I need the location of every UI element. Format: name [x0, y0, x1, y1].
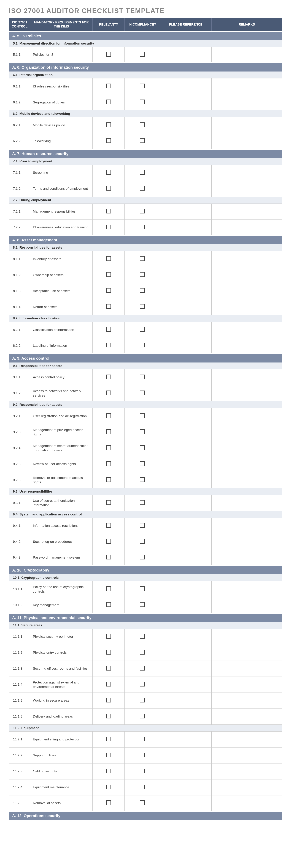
- compliance-checkbox[interactable]: [140, 304, 145, 309]
- remarks-cell[interactable]: [211, 79, 282, 94]
- reference-cell[interactable]: [160, 408, 211, 424]
- compliance-checkbox[interactable]: [140, 272, 145, 277]
- reference-cell[interactable]: [160, 747, 211, 763]
- compliance-checkbox[interactable]: [140, 753, 145, 757]
- compliance-checkbox[interactable]: [140, 602, 145, 607]
- compliance-checkbox[interactable]: [140, 288, 145, 293]
- compliance-checkbox[interactable]: [140, 209, 145, 213]
- remarks-cell[interactable]: [211, 779, 282, 795]
- relevant-checkbox[interactable]: [106, 666, 111, 671]
- compliance-checkbox[interactable]: [140, 138, 145, 143]
- reference-cell[interactable]: [160, 181, 211, 196]
- relevant-checkbox[interactable]: [106, 698, 111, 703]
- compliance-checkbox[interactable]: [140, 737, 145, 741]
- remarks-cell[interactable]: [211, 440, 282, 456]
- remarks-cell[interactable]: [211, 369, 282, 385]
- remarks-cell[interactable]: [211, 283, 282, 299]
- compliance-checkbox[interactable]: [140, 122, 145, 127]
- compliance-checkbox[interactable]: [140, 586, 145, 591]
- reference-cell[interactable]: [160, 165, 211, 181]
- compliance-checkbox[interactable]: [140, 523, 145, 528]
- remarks-cell[interactable]: [211, 204, 282, 219]
- reference-cell[interactable]: [160, 550, 211, 566]
- reference-cell[interactable]: [160, 219, 211, 236]
- relevant-checkbox[interactable]: [106, 539, 111, 544]
- remarks-cell[interactable]: [211, 94, 282, 111]
- reference-cell[interactable]: [160, 283, 211, 299]
- compliance-checkbox[interactable]: [140, 461, 145, 466]
- compliance-checkbox[interactable]: [140, 225, 145, 229]
- relevant-checkbox[interactable]: [106, 272, 111, 277]
- compliance-checkbox[interactable]: [140, 785, 145, 789]
- relevant-checkbox[interactable]: [106, 602, 111, 607]
- remarks-cell[interactable]: [211, 763, 282, 779]
- remarks-cell[interactable]: [211, 550, 282, 566]
- compliance-checkbox[interactable]: [140, 256, 145, 261]
- reference-cell[interactable]: [160, 534, 211, 550]
- remarks-cell[interactable]: [211, 251, 282, 267]
- relevant-checkbox[interactable]: [106, 413, 111, 418]
- remarks-cell[interactable]: [211, 597, 282, 613]
- remarks-cell[interactable]: [211, 518, 282, 534]
- remarks-cell[interactable]: [211, 47, 282, 63]
- reference-cell[interactable]: [160, 629, 211, 645]
- compliance-checkbox[interactable]: [140, 682, 145, 686]
- relevant-checkbox[interactable]: [106, 555, 111, 559]
- reference-cell[interactable]: [160, 338, 211, 354]
- reference-cell[interactable]: [160, 763, 211, 779]
- reference-cell[interactable]: [160, 385, 211, 401]
- compliance-checkbox[interactable]: [140, 343, 145, 347]
- reference-cell[interactable]: [160, 495, 211, 511]
- compliance-checkbox[interactable]: [140, 634, 145, 639]
- relevant-checkbox[interactable]: [106, 650, 111, 655]
- reference-cell[interactable]: [160, 299, 211, 315]
- compliance-checkbox[interactable]: [140, 84, 145, 88]
- remarks-cell[interactable]: [211, 338, 282, 354]
- remarks-cell[interactable]: [211, 795, 282, 811]
- compliance-checkbox[interactable]: [140, 375, 145, 379]
- relevant-checkbox[interactable]: [106, 209, 111, 213]
- reference-cell[interactable]: [160, 518, 211, 534]
- reference-cell[interactable]: [160, 779, 211, 795]
- remarks-cell[interactable]: [211, 709, 282, 724]
- relevant-checkbox[interactable]: [106, 170, 111, 175]
- reference-cell[interactable]: [160, 79, 211, 94]
- reference-cell[interactable]: [160, 204, 211, 219]
- relevant-checkbox[interactable]: [106, 523, 111, 528]
- relevant-checkbox[interactable]: [106, 304, 111, 309]
- relevant-checkbox[interactable]: [106, 714, 111, 718]
- compliance-checkbox[interactable]: [140, 429, 145, 434]
- relevant-checkbox[interactable]: [106, 785, 111, 789]
- compliance-checkbox[interactable]: [140, 769, 145, 773]
- relevant-checkbox[interactable]: [106, 186, 111, 191]
- remarks-cell[interactable]: [211, 472, 282, 488]
- remarks-cell[interactable]: [211, 581, 282, 597]
- reference-cell[interactable]: [160, 94, 211, 111]
- remarks-cell[interactable]: [211, 534, 282, 550]
- compliance-checkbox[interactable]: [140, 650, 145, 655]
- relevant-checkbox[interactable]: [106, 375, 111, 379]
- compliance-checkbox[interactable]: [140, 391, 145, 395]
- compliance-checkbox[interactable]: [140, 99, 145, 104]
- reference-cell[interactable]: [160, 440, 211, 456]
- reference-cell[interactable]: [160, 251, 211, 267]
- remarks-cell[interactable]: [211, 219, 282, 236]
- remarks-cell[interactable]: [211, 692, 282, 709]
- remarks-cell[interactable]: [211, 732, 282, 747]
- relevant-checkbox[interactable]: [106, 769, 111, 773]
- relevant-checkbox[interactable]: [106, 586, 111, 591]
- compliance-checkbox[interactable]: [140, 500, 145, 505]
- reference-cell[interactable]: [160, 581, 211, 597]
- relevant-checkbox[interactable]: [106, 753, 111, 757]
- remarks-cell[interactable]: [211, 495, 282, 511]
- compliance-checkbox[interactable]: [140, 666, 145, 671]
- relevant-checkbox[interactable]: [106, 391, 111, 395]
- relevant-checkbox[interactable]: [106, 225, 111, 229]
- compliance-checkbox[interactable]: [140, 555, 145, 559]
- remarks-cell[interactable]: [211, 456, 282, 472]
- compliance-checkbox[interactable]: [140, 698, 145, 703]
- reference-cell[interactable]: [160, 322, 211, 338]
- reference-cell[interactable]: [160, 133, 211, 149]
- relevant-checkbox[interactable]: [106, 737, 111, 741]
- relevant-checkbox[interactable]: [106, 327, 111, 332]
